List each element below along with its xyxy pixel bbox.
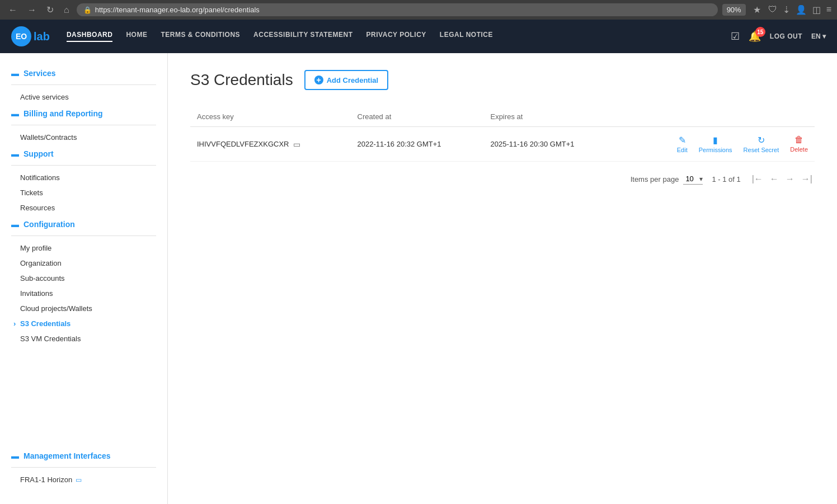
edit-icon: ✎ — [679, 135, 686, 145]
col-created-at: Created at — [351, 107, 484, 127]
notification-badge: 15 — [755, 27, 765, 37]
management-section-wrapper: ▬ Management Interfaces FRA1-1 Horizon ▭ — [0, 447, 167, 487]
sidebar-item-my-profile[interactable]: My profile — [0, 241, 167, 256]
logo-eo-text: EO — [16, 32, 27, 41]
sidebar-item-s3-credentials[interactable]: › S3 Credentials — [0, 316, 167, 331]
browser-toolbar: 🛡 ⇣ 👤 ◫ ≡ — [768, 4, 831, 15]
top-nav-right: ☑ 🔔 15 LOG OUT EN ▾ — [731, 30, 826, 43]
reset-secret-button[interactable]: ↻ Reset Secret — [744, 135, 779, 153]
bookmark-button[interactable]: ★ — [750, 3, 764, 16]
logout-button[interactable]: LOG OUT — [770, 32, 802, 40]
actions-cell: ✎ Edit ▮ Permissions ↻ Reset Secret — [617, 127, 815, 162]
account-icon[interactable]: 👤 — [796, 4, 807, 15]
delete-label: Delete — [790, 146, 808, 153]
sidebar-item-notifications[interactable]: Notifications — [0, 170, 167, 185]
sidebar-item-s3-vm-credentials[interactable]: S3 VM Credentials — [0, 331, 167, 346]
logo-lab-text: lab — [34, 30, 50, 43]
logo-text: lab — [34, 30, 50, 43]
col-actions — [617, 107, 815, 127]
created-at-cell: 2022-11-16 20:32 GMT+1 — [351, 127, 484, 162]
table-header: Access key Created at Expires at — [190, 107, 815, 127]
support-divider — [11, 165, 156, 166]
billing-divider — [11, 125, 156, 125]
sidebar-section-configuration[interactable]: ▬ Configuration — [0, 215, 167, 233]
permissions-button[interactable]: ▮ Permissions — [699, 135, 732, 153]
nav-link-terms[interactable]: TERMS & CONDITIONS — [161, 31, 240, 42]
s3-credentials-arrow: › — [13, 319, 16, 328]
add-credential-label: Add Credential — [327, 76, 378, 84]
url-text: https://tenant-manager.eo-lab.org/panel/… — [95, 6, 260, 14]
page-header: S3 Credentials + Add Credential — [190, 70, 815, 90]
config-divider — [11, 235, 156, 236]
address-bar[interactable]: 🔒 https://tenant-manager.eo-lab.org/pane… — [77, 3, 718, 16]
sidebar-section-support[interactable]: ▬ Support — [0, 145, 167, 163]
sidebar-item-resources[interactable]: Resources — [0, 200, 167, 215]
sidebar-item-organization[interactable]: Organization — [0, 256, 167, 271]
fra1-horizon-label: FRA1-1 Horizon — [20, 475, 72, 484]
delete-button[interactable]: 🗑 Delete — [790, 135, 808, 153]
nav-link-privacy[interactable]: PRIVACY POLICY — [366, 31, 426, 42]
sidebar-section-billing[interactable]: ▬ Billing and Reporting — [0, 105, 167, 123]
access-key-value: IHIVVFQEDLVFEZXKGCXR ▭ — [197, 140, 344, 149]
messages-button[interactable]: ☑ — [731, 30, 740, 43]
nav-link-legal[interactable]: LEGAL NOTICE — [440, 31, 493, 42]
nav-link-home[interactable]: HOME — [126, 31, 147, 42]
billing-section-label: Billing and Reporting — [23, 109, 103, 118]
sidebar-item-cloud-projects[interactable]: Cloud projects/Wallets — [0, 301, 167, 316]
sidebar-item-active-services[interactable]: Active services — [0, 90, 167, 105]
sidebar-item-wallets[interactable]: Wallets/Contracts — [0, 130, 167, 145]
edit-label: Edit — [677, 147, 688, 153]
zoom-indicator: 90% — [722, 4, 746, 16]
services-divider — [11, 84, 156, 85]
menu-icon[interactable]: ≡ — [826, 4, 831, 15]
language-selector[interactable]: EN ▾ — [811, 32, 826, 40]
top-nav-links: DASHBOARD HOME TERMS & CONDITIONS ACCESS… — [67, 31, 731, 42]
main-layout: ▬ Services Active services ▬ Billing and… — [0, 53, 837, 504]
edit-button[interactable]: ✎ Edit — [677, 135, 688, 153]
sidebar: ▬ Services Active services ▬ Billing and… — [0, 53, 168, 504]
pagination-row: Items per page 10 25 50 1 - 1 of 1 |← ← … — [190, 173, 815, 185]
sidebar-section-services[interactable]: ▬ Services — [0, 64, 167, 82]
expires-at-cell: 2025-11-16 20:30 GMT+1 — [484, 127, 617, 162]
items-per-page-label: Items per page — [631, 175, 679, 183]
services-section-label: Services — [23, 69, 56, 78]
download-icon[interactable]: ⇣ — [783, 4, 790, 15]
first-page-button[interactable]: |← — [750, 173, 765, 185]
page-info: 1 - 1 of 1 — [712, 175, 740, 183]
external-link-icon: ▭ — [76, 476, 82, 484]
sidebar-item-fra1-horizon[interactable]: FRA1-1 Horizon ▭ — [0, 472, 167, 487]
copy-icon[interactable]: ▭ — [293, 140, 300, 149]
nav-link-accessibility[interactable]: ACCESSIBILITY STATEMENT — [253, 31, 353, 42]
home-button[interactable]: ⌂ — [61, 4, 72, 16]
credentials-table: Access key Created at Expires at IHIVVFQ… — [190, 107, 815, 162]
reload-button[interactable]: ↻ — [44, 3, 57, 16]
sidebar-item-tickets[interactable]: Tickets — [0, 185, 167, 200]
sidebar-section-management[interactable]: ▬ Management Interfaces — [0, 447, 167, 465]
nav-link-dashboard[interactable]: DASHBOARD — [67, 31, 113, 42]
items-per-page-select[interactable]: 10 25 50 — [683, 173, 703, 185]
shield-icon[interactable]: 🛡 — [768, 4, 777, 15]
support-section-icon: ▬ — [11, 149, 19, 158]
sidebar-item-sub-accounts[interactable]: Sub-accounts — [0, 271, 167, 286]
last-page-button[interactable]: →| — [799, 173, 815, 185]
table-body: IHIVVFQEDLVFEZXKGCXR ▭ 2022-11-16 20:32 … — [190, 127, 815, 162]
items-per-page: Items per page 10 25 50 — [631, 173, 703, 185]
logo[interactable]: EO lab — [11, 26, 50, 46]
sidebar-item-invitations[interactable]: Invitations — [0, 286, 167, 301]
forward-button[interactable]: → — [25, 4, 39, 16]
reset-icon: ↻ — [758, 135, 765, 145]
services-section-icon: ▬ — [11, 69, 19, 78]
reset-label: Reset Secret — [744, 147, 779, 153]
add-credential-button[interactable]: + Add Credential — [304, 70, 388, 90]
s3-credentials-label: S3 Credentials — [20, 319, 70, 328]
security-icon: 🔒 — [83, 6, 92, 14]
prev-page-button[interactable]: ← — [768, 173, 781, 185]
config-section-label: Configuration — [23, 220, 75, 229]
next-page-button[interactable]: → — [783, 173, 797, 185]
back-button[interactable]: ← — [6, 4, 20, 16]
table-header-row: Access key Created at Expires at — [190, 107, 815, 127]
notifications-button[interactable]: 🔔 15 — [749, 30, 761, 43]
extensions-icon[interactable]: ◫ — [812, 4, 821, 15]
top-navigation: EO lab DASHBOARD HOME TERMS & CONDITIONS… — [0, 20, 837, 53]
permissions-label: Permissions — [699, 147, 732, 153]
